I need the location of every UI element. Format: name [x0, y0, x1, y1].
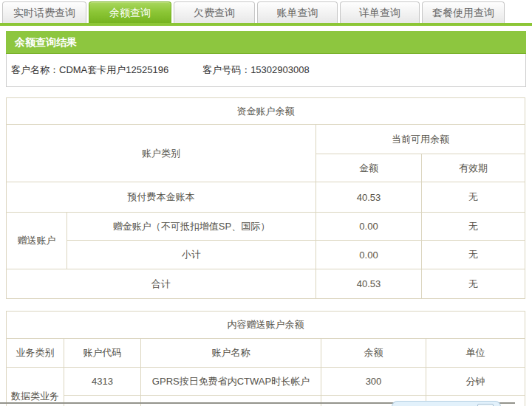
tab-label: 实时话费查询 — [13, 7, 75, 18]
fund-col-validity: 有效期 — [422, 154, 525, 182]
fund-row-validity: 无 — [422, 182, 525, 213]
fund-row-validity: 无 — [422, 269, 525, 299]
content-col-account-code: 账户代码 — [64, 339, 141, 368]
customer-number-value: 15302903008 — [250, 64, 310, 75]
customer-name-label: 客户名称： — [11, 64, 59, 75]
content-row-balance: 300 — [321, 368, 426, 396]
fund-row-amount: 40.53 — [316, 182, 422, 213]
table-row: 赠送账户 赠金账户（不可抵扣增值SP、国际） 0.00 无 — [7, 213, 525, 241]
tab-detail-query[interactable]: 详单查询 — [340, 1, 420, 24]
tab-label: 欠费查询 — [194, 7, 235, 18]
tab-bill-query[interactable]: 账单查询 — [257, 1, 338, 24]
content-col-unit: 单位 — [426, 339, 525, 368]
fund-row-category: 赠送账户 — [7, 213, 67, 269]
fund-row-name: 预付费本金账本 — [7, 182, 316, 213]
content-row-account-name — [141, 396, 321, 406]
tab-package-usage-query[interactable]: 套餐使用查询 — [422, 1, 505, 24]
fund-account-balance-table: 资金账户余额 账户类别 当前可用余额 金额 有效期 预付费本金账本 40.53 … — [6, 97, 525, 299]
content-gift-account-balance-table: 内容赠送账户余额 业务类别 账户代码 账户名称 余额 单位 数据类业务 4313… — [6, 311, 525, 406]
fund-row-name: 小计 — [67, 241, 316, 269]
tab-label: 套餐使用查询 — [432, 7, 494, 18]
fund-row-validity: 无 — [422, 241, 525, 269]
content-col-account-name: 账户名称 — [141, 339, 321, 368]
fund-row-validity: 无 — [422, 213, 525, 241]
table-row: 预付费本金账本 40.53 无 — [7, 182, 525, 213]
fund-col-available: 当前可用余额 — [316, 125, 525, 154]
query-tabbar: 实时话费查询 余额查询 欠费查询 账单查询 详单查询 套餐使用查询 — [2, 1, 505, 24]
content-table-title: 内容赠送账户余额 — [7, 312, 525, 339]
popup-toolbar[interactable] — [392, 401, 501, 406]
table-row: 合计 40.53 无 — [7, 269, 525, 299]
tab-label: 账单查询 — [277, 7, 318, 18]
content-row-account-name: GPRS按日免费省内CTWAP时长帐户 — [141, 368, 321, 396]
fund-col-amount: 金额 — [316, 154, 422, 182]
content-col-balance: 余额 — [321, 339, 426, 368]
fund-row-amount: 0.00 — [316, 213, 422, 241]
content-row-unit: 分钟 — [426, 368, 525, 396]
table-row: 数据类业务 4313 GPRS按日免费省内CTWAP时长帐户 300 分钟 — [7, 368, 525, 396]
customer-number-label: 客户号码： — [202, 64, 250, 75]
customer-number: 客户号码：15302903008 — [202, 63, 310, 77]
fund-row-name: 赠金账户（不可抵扣增值SP、国际） — [67, 213, 316, 241]
customer-name: 客户名称：CDMA套卡用户12525196 — [11, 63, 168, 77]
tabbar-accent-underline — [0, 23, 532, 26]
customer-info-box: 客户名称：CDMA套卡用户12525196 客户号码：15302903008 — [6, 54, 526, 87]
fund-row-name: 合计 — [7, 269, 316, 299]
tab-arrears-query[interactable]: 欠费查询 — [174, 1, 255, 24]
tab-label: 详单查询 — [359, 7, 400, 18]
result-header: 余额查询结果 — [6, 31, 526, 54]
customer-name-value: CDMA套卡用户12525196 — [59, 64, 168, 75]
content-row-account-code: 4313 — [64, 368, 141, 396]
fund-row-amount: 40.53 — [316, 269, 422, 299]
content-row-business-type: 数据类业务 — [7, 368, 64, 406]
tab-balance-query[interactable]: 余额查询 — [89, 1, 171, 24]
tab-realtime-fee-query[interactable]: 实时话费查询 — [2, 1, 86, 24]
content-row-account-code — [64, 396, 141, 406]
table-row: 小计 0.00 无 — [7, 241, 525, 269]
fund-table-title: 资金账户余额 — [7, 98, 525, 125]
tab-label: 余额查询 — [109, 7, 151, 18]
fund-row-amount: 0.00 — [316, 241, 422, 269]
fund-col-account-type: 账户类别 — [7, 125, 316, 182]
content-col-business-type: 业务类别 — [7, 339, 64, 368]
